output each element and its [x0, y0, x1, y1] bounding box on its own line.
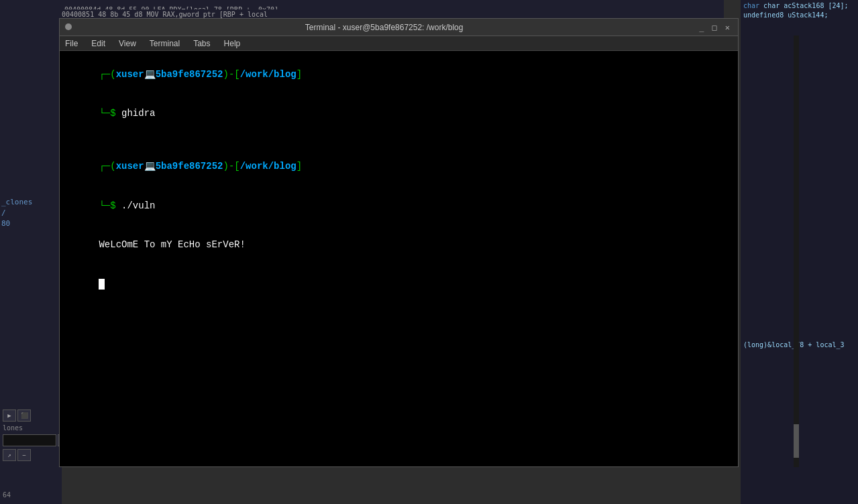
prompt-close-1: ]	[297, 69, 302, 80]
right-var-1: char acStack168 [24];	[763, 2, 848, 9]
right-keyword-char: char	[743, 2, 763, 9]
sidebar-item-port: 80	[1, 218, 60, 229]
terminal-menubar: File Edit View Terminal Tabs Help	[60, 36, 738, 51]
menu-terminal[interactable]: Terminal	[147, 38, 182, 50]
prompt-dash-1: )-[	[223, 69, 239, 80]
disasm-line-2: 00400851 48 8b 45 d8 MOV RAX,gword ptr […	[62, 11, 268, 18]
prompt-dollar-1: $	[110, 108, 115, 119]
sidebar-label-lones: lones	[3, 424, 23, 432]
menu-tabs[interactable]: Tabs	[191, 38, 213, 50]
terminal-window: Terminal - xuser@5ba9fe867252: /work/blo…	[59, 18, 739, 467]
minimize-button[interactable]: _	[696, 23, 706, 32]
terminal-cursor	[99, 279, 105, 290]
terminal-scrollbar[interactable]	[794, 36, 799, 467]
terminal-content[interactable]: ┌─(xuser💻5ba9fe867252)-[/work/blog] └─$ …	[60, 51, 738, 466]
terminal-scrollbar-thumb[interactable]	[794, 424, 799, 458]
prompt-dash-2: )-[	[223, 161, 239, 172]
close-button[interactable]: ✕	[722, 23, 733, 32]
sidebar-icon-minus[interactable]: −	[17, 449, 31, 461]
right-code-line-1: char char acStack168 [24];	[743, 1, 855, 11]
sidebar-text: _clones / 80	[0, 0, 62, 232]
prompt-corner-2: └─	[99, 200, 110, 211]
terminal-line-2: └─$ ghidra	[65, 94, 733, 134]
prompt-icon-2: 💻	[144, 161, 156, 172]
right-code-line-2: undefined8 uStack144;	[743, 11, 855, 20]
terminal-title: Terminal - xuser@5ba9fe867252: /work/blo…	[72, 23, 696, 32]
right-var-2: undefined8 uStack144;	[743, 11, 828, 19]
prompt-corner-1: └─	[99, 108, 110, 119]
terminal-titlebar: Terminal - xuser@5ba9fe867252: /work/blo…	[60, 19, 738, 36]
right-code-panel: char char acStack168 [24]; undefined8 uS…	[741, 0, 858, 504]
prompt-path-2: /work/blog	[240, 161, 297, 172]
left-sidebar: _clones / 80 ▶ ⬛ lones ▼ ↗ − 64	[0, 0, 62, 504]
terminal-line-4: └─$ ./vuln	[65, 186, 733, 226]
prompt-cmd-1: ghidra	[116, 108, 156, 119]
terminal-cursor-line	[65, 265, 733, 305]
prompt-open-1: ┌─(	[99, 69, 115, 80]
sidebar-icon-1[interactable]: ▶	[3, 410, 16, 422]
right-bottom-code: (long)&local_78 + local_3	[741, 340, 858, 350]
maximize-button[interactable]: □	[710, 23, 720, 32]
menu-file[interactable]: File	[62, 38, 81, 50]
terminal-output-line: WeLcOmE To mY EcHo sErVeR!	[65, 226, 733, 265]
sidebar-search-input[interactable]	[3, 434, 56, 446]
prompt-dollar-2: $	[110, 200, 115, 211]
disasm-line-2-container: 00400851 48 8b 45 d8 MOV RAX,gword ptr […	[62, 9, 598, 19]
sidebar-bottom-num: 64	[3, 491, 11, 499]
menu-view[interactable]: View	[116, 38, 139, 50]
terminal-line-3: ┌─(xuser💻5ba9fe867252)-[/work/blog]	[65, 147, 733, 186]
window-controls: _ □ ✕	[696, 23, 733, 32]
menu-edit[interactable]: Edit	[89, 38, 108, 50]
menu-help[interactable]: Help	[221, 38, 244, 50]
prompt-host-1: 5ba9fe867252	[156, 69, 223, 80]
prompt-cmd-2: ./vuln	[116, 200, 156, 211]
sidebar-icon-row-1: ▶ ⬛	[3, 410, 59, 422]
prompt-host-2: 5ba9fe867252	[156, 161, 223, 172]
terminal-blank-1	[65, 134, 733, 147]
sidebar-icon-2[interactable]: ⬛	[17, 410, 31, 422]
prompt-path-1: /work/blog	[240, 69, 297, 80]
terminal-output-text: WeLcOmE To mY EcHo sErVeR!	[99, 239, 245, 250]
sidebar-item-slash: /	[1, 208, 60, 218]
prompt-icon-1: 💻	[144, 69, 156, 80]
sidebar-icon-arrow[interactable]: ↗	[3, 449, 16, 461]
sidebar-item-clones: _clones	[1, 3, 60, 208]
prompt-user-1: xuser	[116, 69, 144, 80]
prompt-close-2: ]	[297, 161, 302, 172]
terminal-line-1: ┌─(xuser💻5ba9fe867252)-[/work/blog]	[65, 55, 733, 94]
terminal-close-dot	[65, 22, 72, 32]
prompt-user-2: xuser	[116, 161, 144, 172]
prompt-open-2: ┌─(	[99, 161, 115, 172]
